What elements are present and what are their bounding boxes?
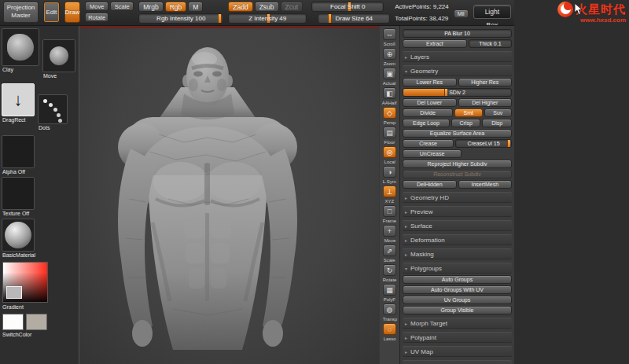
lsym-toggle[interactable]: ◑ L.Sym: [382, 166, 396, 184]
slider-handle[interactable]: [328, 14, 332, 23]
light-box-button[interactable]: Light Box: [473, 5, 511, 19]
main-color-swatch[interactable]: [2, 314, 24, 330]
stroke-thumbnail[interactable]: ↓: [2, 83, 35, 116]
section-header-masking[interactable]: ▸ Masking: [403, 248, 512, 259]
draw-size-slider[interactable]: Draw Size 64: [318, 13, 390, 24]
section-header-preview[interactable]: ▸ Preview: [403, 206, 512, 217]
extract-button[interactable]: Extract: [403, 39, 467, 48]
color-picker-inner-square[interactable]: [6, 286, 22, 299]
section-header-texture-map[interactable]: ▸ Texture Map: [403, 360, 512, 364]
local-toggle[interactable]: ◎ Local: [383, 146, 396, 164]
del-lower-button[interactable]: Del Lower: [403, 98, 457, 107]
rgb-intensity-slider[interactable]: Rgb Intensity 100: [138, 13, 223, 24]
scroll-tool[interactable]: ⇔ Scroll: [383, 28, 396, 46]
sdiv-slider[interactable]: SDiv 2: [403, 88, 512, 97]
auto-groups-with-uv-button[interactable]: Auto Groups With UV: [403, 285, 512, 294]
gradient-label[interactable]: Gradient: [2, 304, 77, 310]
equalize-surface-area-button[interactable]: Equalize Surface Area: [403, 129, 512, 138]
polyframe-toggle[interactable]: ▦ PolyF: [383, 284, 396, 302]
brush-secondary-thumbnail[interactable]: [42, 39, 75, 72]
transparency-toggle[interactable]: ◍ Transp: [382, 303, 398, 322]
crease-button[interactable]: Crease: [403, 139, 454, 148]
scale-mode-button[interactable]: Scale: [110, 2, 134, 11]
material-thumbnail[interactable]: [2, 219, 35, 252]
z-intensity-slider[interactable]: Z Intensity 49: [228, 13, 307, 24]
section-header-uv-map[interactable]: ▸ UV Map: [403, 346, 512, 357]
color-picker[interactable]: [2, 262, 48, 303]
switch-color-label[interactable]: SwitchColor: [2, 332, 77, 337]
smt-toggle[interactable]: Smt: [454, 108, 482, 117]
mrgb-button[interactable]: Mrgb: [138, 2, 163, 12]
auto-groups-button[interactable]: Auto Groups: [403, 275, 512, 284]
floor-toggle[interactable]: ▤ Floor: [383, 127, 396, 145]
section-title: Surface: [410, 222, 432, 230]
insert-mesh-button[interactable]: InsertMesh: [458, 180, 513, 189]
dots-stroke-icon: [43, 99, 47, 103]
focal-shift-slider[interactable]: Focal Shift 0: [311, 2, 384, 12]
m-button[interactable]: M: [188, 2, 203, 12]
section-header-deformation[interactable]: ▸ Deformation: [403, 234, 512, 245]
projection-master-button[interactable]: Projection Master: [3, 2, 39, 23]
divide-button[interactable]: Divide: [403, 108, 453, 117]
zadd-button[interactable]: Zadd: [228, 2, 252, 12]
lower-res-button[interactable]: Lower Res: [403, 78, 457, 86]
draw-mode-button[interactable]: Draw: [64, 2, 81, 23]
section-header-geometry-hd[interactable]: ▸ Geometry HD: [403, 192, 512, 203]
reproject-higher-subdiv-button[interactable]: Reproject Higher Subdiv: [403, 160, 512, 168]
suv-toggle[interactable]: Suv: [484, 108, 512, 117]
texture-thumbnail[interactable]: [2, 177, 35, 210]
persp-toggle[interactable]: ◇ Persp: [383, 107, 396, 125]
disclosure-icon: ▸: [405, 252, 407, 257]
uv-groups-button[interactable]: Uv Groups: [403, 296, 512, 304]
pa-blur-slider[interactable]: PA Blur 10: [403, 29, 512, 38]
zoom-tool[interactable]: ⊕ Zoom: [383, 48, 396, 66]
section-title: Polygroups: [410, 265, 442, 272]
group-visible-button[interactable]: Group Visible: [403, 306, 512, 314]
edit-mode-button[interactable]: Edit: [43, 2, 60, 23]
zsub-button[interactable]: Zsub: [255, 2, 279, 12]
rgb-button[interactable]: Rgb: [165, 2, 187, 12]
frame-tool[interactable]: □ Frame: [382, 205, 397, 223]
document-canvas[interactable]: [79, 26, 379, 364]
brush-thumbnail[interactable]: [2, 28, 39, 66]
section-header-polypaint[interactable]: ▸ Polypaint: [403, 332, 512, 343]
aahalf-tool[interactable]: ◧ AAHalf: [381, 87, 397, 105]
section-header-layers[interactable]: ▸ Layers: [403, 51, 512, 62]
section-header-polygroups[interactable]: ▾ Polygroups: [403, 263, 512, 274]
sculpt-model[interactable]: [79, 42, 341, 350]
stroke-secondary-thumbnail[interactable]: [38, 94, 68, 124]
slider-handle[interactable]: [444, 89, 447, 96]
rotate-mode-button[interactable]: Rotate: [85, 13, 109, 22]
secondary-color-swatch[interactable]: [26, 314, 47, 330]
del-higher-button[interactable]: Del Higher: [458, 98, 513, 107]
lasso-toggle[interactable]: ◌ Lasso: [383, 323, 396, 341]
rotate-canvas-tool[interactable]: ↻ Rotate: [382, 264, 397, 282]
scale-canvas-tool[interactable]: ⇗ Scale: [383, 245, 396, 263]
section-header-geometry[interactable]: ▾ Geometry: [403, 65, 512, 76]
higher-res-button[interactable]: Higher Res: [458, 78, 513, 86]
xyz-toggle[interactable]: ⊥ XYZ: [383, 186, 396, 204]
edge-loop-button[interactable]: Edge Loop: [403, 119, 450, 127]
crisp-toggle[interactable]: Crisp: [451, 119, 481, 127]
crease-level-slider[interactable]: CreaseLvl 15: [455, 139, 512, 148]
section-header-surface[interactable]: ▸ Surface: [403, 220, 512, 231]
mil-button[interactable]: Mil: [454, 9, 469, 18]
color-swatches: [2, 314, 77, 330]
disp-toggle[interactable]: Disp: [482, 119, 512, 127]
scroll-icon: ⇔: [383, 28, 396, 40]
slider-handle[interactable]: [218, 14, 222, 23]
watermark-url: www.hxsd.com: [557, 17, 626, 24]
section-header-morph-target[interactable]: ▸ Morph Target: [403, 318, 512, 329]
move-canvas-tool[interactable]: + Move: [383, 225, 396, 243]
del-hidden-button[interactable]: DelHidden: [403, 180, 457, 189]
actual-tool[interactable]: ▣ Actual: [382, 68, 396, 86]
thick-slider[interactable]: Thick 0.1: [469, 39, 512, 48]
uncrease-button[interactable]: UnCrease: [403, 149, 462, 158]
drag-rect-arrow-icon: ↓: [14, 91, 23, 108]
total-points-text: TotalPoints: 38,429: [395, 13, 448, 24]
alpha-thumbnail[interactable]: [2, 135, 35, 168]
local-pivot-icon: ◎: [383, 146, 396, 158]
slider-handle[interactable]: [507, 140, 510, 147]
zcut-button[interactable]: Zcut: [281, 2, 303, 12]
move-mode-button[interactable]: Move: [85, 2, 109, 11]
